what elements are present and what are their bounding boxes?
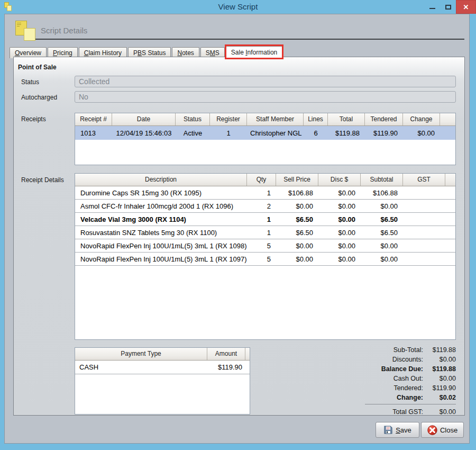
totals-divider <box>365 404 456 404</box>
total-row: Balance Due:$119.88 <box>350 364 456 374</box>
col-status[interactable]: Status <box>176 113 210 125</box>
detail-row[interactable]: NovoRapid FlexPen Inj 100U/1mL(5) 3mL 1 … <box>75 253 455 266</box>
col-stub <box>245 348 250 360</box>
receipt-staff: Christopher NGL <box>247 129 304 137</box>
col-stub <box>445 174 455 186</box>
receipt-details-table: Description Qty Sell Price Disc $ Subtot… <box>75 173 456 340</box>
receipts-label: Receipts <box>21 115 46 123</box>
status-label: Status <box>21 78 39 86</box>
payment-row[interactable]: CASH $119.90 <box>75 361 250 374</box>
total-gst-row: Total GST:$0.00 <box>350 407 456 417</box>
save-label: Save <box>396 426 411 434</box>
payment-type: CASH <box>75 363 207 371</box>
col-stub <box>440 113 455 125</box>
action-buttons: Save Close <box>376 422 464 438</box>
window-title: View Script <box>0 0 476 14</box>
receipt-date: 12/04/19 15:46:03 <box>112 129 176 137</box>
maximize-icon <box>445 5 451 10</box>
col-staff-member[interactable]: Staff Member <box>247 113 304 125</box>
col-disc[interactable]: Disc $ <box>318 174 361 186</box>
minimize-button[interactable] <box>424 0 440 14</box>
detail-row[interactable]: Rosuvastatin SNZ Tablets 5mg 30 (RX 1100… <box>75 226 455 239</box>
totals-summary: Sub-Total:$119.88 Discounts:$0.00 Balanc… <box>350 345 456 417</box>
col-sell-price[interactable]: Sell Price <box>276 174 318 186</box>
detail-row[interactable]: Duromine Caps SR 15mg 30 (RX 1095) 1 $10… <box>75 186 455 200</box>
col-receipt-no[interactable]: Receipt # <box>75 113 112 125</box>
close-window-button[interactable]: ✕ <box>456 0 476 14</box>
col-change[interactable]: Change <box>403 113 440 125</box>
total-row: Change:$0.02 <box>350 393 456 402</box>
col-date[interactable]: Date <box>112 113 176 125</box>
close-icon: ✕ <box>463 3 469 11</box>
col-total[interactable]: Total <box>328 113 365 125</box>
receipt-register: 1 <box>210 129 247 137</box>
total-row: Cash Out:$0.00 <box>350 374 456 383</box>
receipt-tendered: $119.90 <box>365 129 403 137</box>
payment-amount: $119.90 <box>207 363 245 371</box>
receipt-details-label: Receipt Details <box>21 176 64 184</box>
receipt-lines: 6 <box>304 129 328 137</box>
header-divider <box>35 39 464 40</box>
script-details-icon <box>15 21 36 41</box>
col-gst[interactable]: GST <box>403 174 445 186</box>
receipt-change: $0.00 <box>403 129 440 137</box>
receipt-total: $119.88 <box>328 129 365 137</box>
details-header-row: Description Qty Sell Price Disc $ Subtot… <box>75 174 455 186</box>
minimize-icon <box>429 8 435 9</box>
detail-row[interactable]: Asmol CFC-fr Inhaler 100mcg/d 200d 1 (RX… <box>75 200 455 213</box>
red-x-icon <box>427 425 437 435</box>
dialog-body: Script Details Overview Pricing Claim Hi… <box>4 14 470 444</box>
total-row: Discounts:$0.00 <box>350 355 456 364</box>
payment-header-row: Payment Type Amount <box>75 348 250 361</box>
payment-table: Payment Type Amount CASH $119.90 <box>75 347 250 415</box>
detail-row[interactable]: NovoRapid FlexPen Inj 100U/1mL(5) 3mL 1 … <box>75 239 455 253</box>
receipt-no: 1013 <box>75 129 112 137</box>
col-description[interactable]: Description <box>75 174 247 186</box>
view-script-window: View Script ✕ Script Details Overview Pr… <box>0 0 476 450</box>
titlebar[interactable]: View Script ✕ <box>0 0 476 14</box>
total-row: Tendered:$119.90 <box>350 383 456 393</box>
tab-sale-information[interactable]: Sale Information <box>226 46 282 58</box>
detail-row[interactable]: Velcade Vial 3mg 3000 (RX 1104) 1 $6.50 … <box>75 213 455 226</box>
close-label: Close <box>440 426 457 434</box>
sale-information-panel: Point of Sale Status Collected Autocharg… <box>13 57 465 416</box>
receipts-table: Receipt # Date Status Register Staff Mem… <box>75 113 456 165</box>
total-row: Sub-Total:$119.88 <box>350 345 456 355</box>
autocharged-field[interactable]: No <box>75 91 456 103</box>
col-qty[interactable]: Qty <box>247 174 276 186</box>
save-button[interactable]: Save <box>376 422 419 438</box>
col-payment-type[interactable]: Payment Type <box>75 348 207 360</box>
col-register[interactable]: Register <box>210 113 247 125</box>
col-amount[interactable]: Amount <box>207 348 245 360</box>
floppy-disk-icon <box>383 425 393 435</box>
maximize-button[interactable] <box>440 0 456 14</box>
receipts-header-row: Receipt # Date Status Register Staff Mem… <box>75 113 455 126</box>
page-title: Script Details <box>41 26 87 35</box>
autocharged-label: Autocharged <box>21 94 57 101</box>
col-tendered[interactable]: Tendered <box>365 113 403 125</box>
receipt-status: Active <box>176 129 210 137</box>
col-lines[interactable]: Lines <box>304 113 328 125</box>
status-field[interactable]: Collected <box>75 76 456 87</box>
receipt-row-selected[interactable]: 1013 12/04/19 15:46:03 Active 1 Christop… <box>75 126 455 140</box>
point-of-sale-label: Point of Sale <box>18 64 57 71</box>
close-button[interactable]: Close <box>421 422 464 438</box>
col-subtotal[interactable]: Subtotal <box>361 174 403 186</box>
